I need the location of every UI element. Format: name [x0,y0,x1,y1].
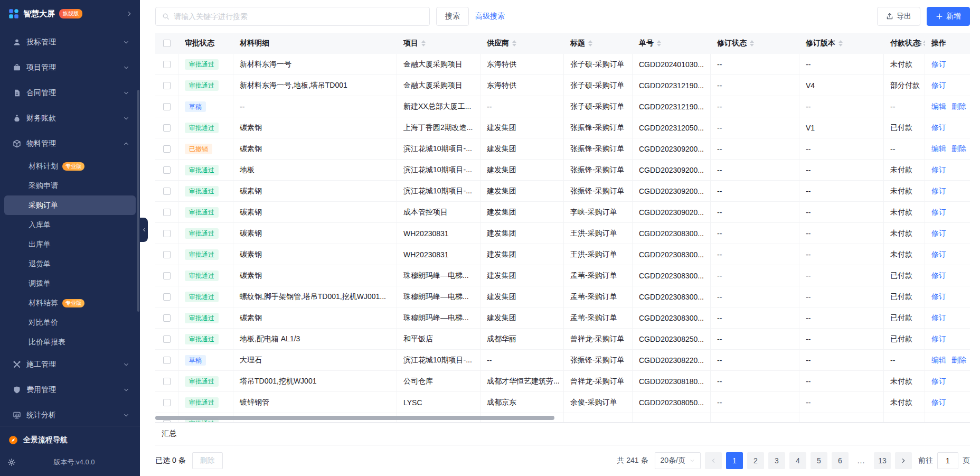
sidebar-subitem-采购申请[interactable]: 采购申请 [4,176,136,195]
sidebar-subitem-采购订单[interactable]: 采购订单 [4,195,136,215]
delete-button[interactable]: 删除 [192,452,223,469]
sort-icons[interactable] [421,40,426,46]
action-delete[interactable]: 删除 [951,356,966,365]
cell-pay: 已付款 [884,117,925,138]
action-revise[interactable]: 修订 [931,313,946,323]
search-input[interactable] [174,12,423,21]
column-settings-icon[interactable] [915,40,922,47]
add-button[interactable]: 新增 [927,7,970,26]
sort-icons[interactable] [657,40,661,46]
row-checkbox[interactable] [163,420,171,423]
gear-icon[interactable] [7,458,16,466]
action-revise[interactable]: 修订 [931,208,946,217]
sidebar-item-stats[interactable]: 统计分析 [4,403,136,426]
action-edit[interactable]: 编辑 [931,144,946,154]
app-logo[interactable]: 智慧大屏 旗舰版 [0,0,140,27]
select-all-checkbox[interactable] [163,40,171,47]
sidebar-subitem-比价单报表[interactable]: 比价单报表 [4,332,136,352]
sort-icons[interactable] [588,40,592,46]
sort-icons[interactable] [750,40,754,46]
row-checkbox[interactable] [163,399,171,406]
column-header-project[interactable]: 项目 [397,33,480,54]
row-checkbox[interactable] [163,166,171,174]
page-button-3[interactable]: 3 [768,452,785,469]
sidebar-subitem-材料结算[interactable]: 材料结算 专业版 [4,293,136,313]
row-checkbox[interactable] [163,124,171,132]
sidebar-item-material[interactable]: 物料管理 [4,131,136,156]
sidebar-item-construction[interactable]: 施工管理 [4,352,136,377]
row-checkbox[interactable] [163,145,171,153]
sidebar-subitem-调拨单[interactable]: 调拨单 [4,274,136,293]
column-header-order[interactable]: 单号 [633,33,711,54]
action-revise[interactable]: 修订 [931,398,946,407]
page-ellipsis[interactable]: ... [853,452,870,469]
action-delete[interactable]: 删除 [951,144,966,154]
sidebar-item-bid[interactable]: 投标管理 [4,30,136,55]
sidebar-subitem-对比单价[interactable]: 对比单价 [4,313,136,332]
column-header-revver[interactable]: 修订版本 [799,33,884,54]
advanced-search-link[interactable]: 高级搜索 [475,12,505,21]
page-button-4[interactable]: 4 [789,452,806,469]
row-checkbox[interactable] [163,357,171,364]
sidebar-item-project[interactable]: 项目管理 [4,55,136,80]
column-header-status[interactable]: 审批状态 [178,33,233,54]
page-button-13[interactable]: 13 [874,452,891,469]
sort-icons[interactable] [838,40,843,46]
sidebar-collapse-handle[interactable] [140,218,148,242]
row-checkbox[interactable] [163,272,171,279]
search-button[interactable]: 搜索 [436,7,469,26]
sidebar-item-finance[interactable]: 财务账款 [4,106,136,131]
page-button-6[interactable]: 6 [832,452,849,469]
row-checkbox[interactable] [163,230,171,237]
export-icon [886,13,893,20]
action-edit[interactable]: 编辑 [931,102,946,111]
action-revise[interactable]: 修订 [931,60,946,69]
action-revise[interactable]: 修订 [931,271,946,281]
prev-page-button[interactable] [705,452,722,469]
action-revise[interactable]: 修订 [931,186,946,196]
row-checkbox[interactable] [163,103,171,110]
next-page-button[interactable] [895,452,912,469]
action-edit[interactable]: 编辑 [931,356,946,365]
horizontal-scrollbar[interactable] [155,416,554,420]
page-button-2[interactable]: 2 [747,452,764,469]
sidebar-item-contract[interactable]: 合同管理 [4,80,136,106]
export-button[interactable]: 导出 [877,7,920,26]
row-checkbox[interactable] [163,378,171,385]
action-revise[interactable]: 修订 [931,292,946,302]
action-revise[interactable]: 修订 [931,250,946,259]
action-revise[interactable]: 修订 [931,81,946,90]
column-header-revstat[interactable]: 修订状态 [711,33,799,54]
sort-icons[interactable] [512,40,516,46]
action-delete[interactable]: 删除 [951,102,966,111]
row-checkbox[interactable] [163,251,171,258]
goto-page-input[interactable] [937,452,958,469]
row-checkbox[interactable] [163,209,171,216]
action-revise[interactable]: 修订 [931,123,946,133]
row-checkbox[interactable] [163,293,171,301]
column-header-ops[interactable]: 操作 [925,33,970,54]
sidebar-item-expense[interactable]: 费用管理 [4,377,136,403]
row-checkbox[interactable] [163,82,171,89]
column-header-title[interactable]: 标题 [564,33,633,54]
row-checkbox[interactable] [163,335,171,343]
action-revise[interactable]: 修订 [931,334,946,344]
row-checkbox[interactable] [163,61,171,68]
sidebar-subitem-入库单[interactable]: 入库单 [4,215,136,235]
action-revise[interactable]: 修订 [931,165,946,175]
sidebar-scrollbar[interactable] [137,90,139,312]
page-button-active[interactable]: 1 [726,452,743,469]
page-size-select[interactable]: 20条/页 [655,452,701,469]
action-revise[interactable]: 修订 [931,229,946,238]
sidebar-subitem-出库单[interactable]: 出库单 [4,235,136,254]
chevron-right-icon[interactable] [126,11,133,17]
action-revise[interactable]: 修订 [931,377,946,386]
sidebar-subitem-材料计划[interactable]: 材料计划 专业版 [4,156,136,176]
column-header-supplier[interactable]: 供应商 [480,33,564,54]
row-checkbox[interactable] [163,314,171,322]
page-button-5[interactable]: 5 [811,452,827,469]
column-header-material[interactable]: 材料明细 [233,33,397,54]
row-checkbox[interactable] [163,188,171,195]
sidebar-item-panorama-nav[interactable]: 全景流程导航 [0,428,140,452]
sidebar-subitem-退货单[interactable]: 退货单 [4,254,136,274]
